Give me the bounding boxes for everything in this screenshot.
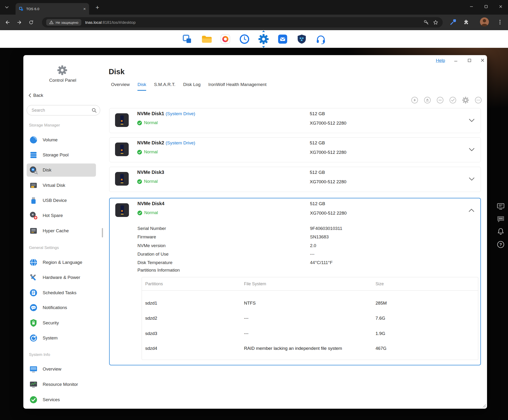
security-chip[interactable]: Не защищено [46,19,81,26]
window-resize-handle[interactable] [481,403,486,408]
detail-value: 2.0 [310,243,316,248]
sidebar-item-services[interactable]: Services [27,393,96,406]
security-label: Не защищено [56,21,78,24]
sidebar-search [27,105,100,115]
window-maximize-button[interactable] [466,57,473,64]
profile-avatar[interactable] [480,17,489,26]
support-headset-icon[interactable] [315,33,327,45]
address-bar[interactable]: Не защищено tnas.local:8181/tos/#/deskto… [42,17,443,28]
action-remove-button[interactable] [437,96,444,104]
chevron-down-icon[interactable] [469,148,475,151]
window-minimize-button[interactable] [452,57,459,64]
browser-menu-icon[interactable] [497,19,503,25]
sidebar-item-volume[interactable]: Volume [27,133,96,147]
disk-card-nvme2[interactable]: NVMe Disk2(System Drive) Normal 512 GB X… [109,137,481,162]
action-settings-button[interactable] [462,96,469,104]
warning-icon [49,20,53,24]
sidebar-item-label: Disk [43,168,51,173]
chat-icon[interactable] [496,214,505,224]
sidebar-item-region-language[interactable]: Region & Language [27,256,96,269]
sidebar-item-usb-device[interactable]: USB Device [27,194,96,207]
app-center-icon[interactable] [277,33,289,45]
sidebar-item-resource-monitor[interactable]: Resource Monitor [27,378,96,391]
tos-logo-icon[interactable] [181,33,193,45]
action-more-button[interactable] [475,96,482,104]
partition-cell: RAID member lacking an independent file … [244,346,342,351]
forward-button[interactable] [15,18,23,27]
sidebar-item-label: Volume [43,137,58,142]
tab-disk-log[interactable]: Disk Log [183,82,201,91]
action-check-button[interactable] [449,96,456,104]
tab-ironwolf-health[interactable]: IronWolf Health Management [208,82,267,91]
system-drive-label: (System Drive) [166,140,195,145]
sidebar-item-disk[interactable]: Disk [27,163,96,177]
sidebar-item-hardware-power[interactable]: Hardware & Power [27,271,96,284]
disk-card-nvme1[interactable]: NVMe Disk1(System Drive) Normal 512 GB X… [109,108,481,133]
sidebar-item-storage-pool[interactable]: Storage Pool [27,148,96,162]
backup-clock-icon[interactable] [239,33,250,45]
partition-cell: 285M [375,301,387,306]
control-panel-icon[interactable] [258,33,269,45]
passwords-key-icon[interactable] [423,20,429,25]
sidebar-scrollbar[interactable] [102,228,103,237]
chevron-down-icon[interactable] [469,177,475,181]
browser-tab[interactable]: TOS 6.0 × [15,3,89,15]
sidebar-item-hot-spare[interactable]: Hot Spare [27,209,96,222]
browser-minimize-button[interactable] [464,0,479,13]
services-check-icon [29,396,38,404]
search-icon[interactable] [91,108,97,113]
url-text[interactable]: tnas.local:8181/tos/#/desktop [85,20,135,25]
sidebar-item-label: Security [43,320,59,325]
docker-icon[interactable] [296,33,308,45]
partition-cell: 7.6G [375,316,385,321]
file-manager-icon[interactable] [200,33,212,45]
remote-display-icon[interactable] [496,202,505,211]
disk-actions-toolbar [411,96,482,104]
sidebar-item-security[interactable]: Security [27,316,96,330]
sidebar-item-label: USB Device [43,198,67,203]
browser-close-button[interactable] [493,0,508,13]
action-locate-button[interactable] [411,96,418,104]
help-circle-icon[interactable]: ? [496,240,505,249]
back-link[interactable]: Back [29,93,43,98]
tab-smart[interactable]: S.M.A.R.T. [154,82,175,91]
task-list-icon [29,288,38,297]
disk-card-nvme3[interactable]: NVMe Disk3 Normal 512 GB XG7000-512 2280 [109,167,481,192]
tab-search-button[interactable] [4,6,9,9]
bookmark-star-icon[interactable] [433,20,439,25]
disk-size: 512 GB [310,140,325,146]
disk-status: Normal [144,120,158,125]
disk-card-nvme4-expanded[interactable]: NVMe Disk4 Normal 512 GB XG7000-512 2280… [109,198,481,365]
control-panel-gear-icon [57,65,67,75]
browser-maximize-button[interactable] [479,0,493,13]
sidebar-item-hyper-cache[interactable]: Hyper Cache [27,224,96,237]
pinned-extension-icon[interactable] [450,19,456,25]
url-path: :8181/tos/#/desktop [102,20,135,24]
tab-disk[interactable]: Disk [137,82,146,91]
search-input[interactable] [32,106,91,115]
extensions-puzzle-icon[interactable] [463,19,469,25]
detail-label: Serial Number [137,226,166,231]
sidebar-item-notifications[interactable]: Notifications [27,301,96,314]
sidebar-item-overview[interactable]: Overview [27,362,96,376]
notification-bell-icon[interactable] [496,227,505,236]
browser-tabstrip: TOS 6.0 × + [0,0,508,15]
gallery-icon[interactable] [219,33,231,45]
partitions-info-title: Partitions Information [137,268,180,273]
chevron-up-icon[interactable] [469,209,474,212]
chevron-down-icon[interactable] [469,119,475,122]
disk-model: XG7000-512 2280 [310,121,346,126]
back-button[interactable] [3,18,12,27]
tab-overview[interactable]: Overview [111,82,130,91]
detail-value: 44°C/111°F [310,260,333,265]
window-close-button[interactable] [479,57,486,64]
sidebar-item-label: Services [43,397,60,402]
tab-close-button[interactable]: × [83,7,86,11]
reload-button[interactable] [27,18,35,27]
sidebar-item-scheduled-tasks[interactable]: Scheduled Tasks [27,286,96,299]
action-eject-button[interactable] [424,96,431,104]
new-tab-button[interactable]: + [94,4,101,11]
sidebar-item-system[interactable]: System [27,332,96,345]
sidebar-item-virtual-disk[interactable]: Virtual Disk [27,179,96,192]
help-link[interactable]: Help [436,58,445,63]
